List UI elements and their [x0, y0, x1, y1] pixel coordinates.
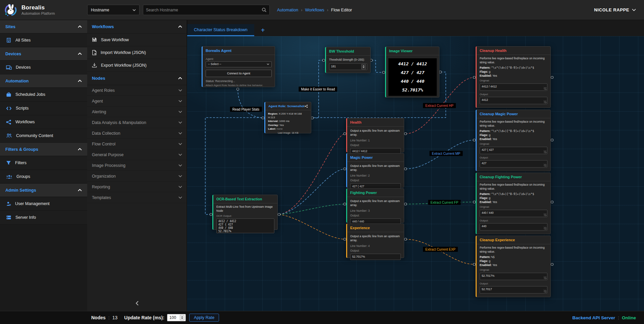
number-spinner[interactable] — [361, 64, 366, 69]
share-icon[interactable] — [305, 105, 308, 108]
node-fighting-power[interactable]: Fighting Power Output a specific line fr… — [346, 188, 404, 223]
output-label: Output: — [480, 282, 547, 285]
sidebar-item-scripts[interactable]: Scripts — [0, 102, 87, 115]
connect-to-agent-button[interactable]: Connect to Agent — [206, 70, 272, 77]
node-title: BW Threshold — [329, 49, 354, 53]
apply-rate-button[interactable]: Apply Rate — [189, 314, 219, 322]
tab-label: Character Status Breakdown — [194, 27, 248, 32]
panel-section-nodes[interactable]: Nodes — [87, 72, 187, 85]
node-cleanup-health[interactable]: Cleanup Health Performs live regex-based… — [476, 46, 551, 108]
chevron-down-icon — [178, 175, 182, 177]
enabled-label: Enabled: — [480, 200, 492, 204]
node-image-viewer[interactable]: Image Viewer 4412 / 4412 427 / 427 440 /… — [385, 47, 439, 98]
chevron-down-icon — [178, 143, 182, 145]
hostname-select-value: Hostname — [91, 8, 109, 12]
sidebar-section-filters-groups[interactable]: Filters & Groups — [0, 143, 87, 156]
output-field[interactable]: 52.7017% — [350, 254, 401, 260]
node-cleanup-fighting-power[interactable]: Cleanup Fighting Power Performs live reg… — [476, 173, 551, 234]
sidebar-item-user-management[interactable]: User Management — [0, 197, 87, 211]
flow-canvas[interactable]: Read Player Stats Make it Easier to Read… — [187, 36, 644, 311]
overlay-label: Overlay: — [268, 124, 279, 127]
backend-api-label: Backend API Server — [572, 315, 615, 320]
node-ocr-text-extraction[interactable]: OCR-Based Text Extraction Extract Multi-… — [212, 195, 278, 230]
panel-collapse-button[interactable] — [87, 298, 187, 308]
node-experience[interactable]: Experience Output a specific line from a… — [346, 223, 404, 258]
chevron-down-icon — [178, 89, 182, 91]
output-textarea[interactable]: 4412 — [480, 97, 547, 104]
add-tab-button[interactable]: + — [254, 26, 272, 36]
original-label: Original: — [480, 268, 547, 272]
node-title: Cleanup Health — [480, 49, 506, 53]
ocr-output-label: OCR Output: — [216, 214, 274, 218]
user-menu[interactable]: NICOLE RAPPE — [594, 7, 636, 12]
original-textarea[interactable]: 440 / 440 — [480, 210, 547, 217]
chevron-down-icon — [178, 111, 182, 113]
chevron-down-icon — [178, 132, 182, 134]
pattern-label: Pattern: — [480, 255, 490, 259]
node-category-agent[interactable]: Agent — [87, 96, 187, 107]
panel-section-workflows[interactable]: Workflows — [87, 20, 187, 34]
node-agent-role-screenshot[interactable]: Agent Role: Screenshot Region: X:200 Y:4… — [264, 102, 311, 133]
node-category-general-purpose[interactable]: General Purpose — [87, 149, 187, 160]
sidebar-item-groups[interactable]: Groups — [0, 170, 87, 184]
search-input[interactable] — [146, 8, 262, 12]
sidebar-item-filters[interactable]: Filters — [0, 156, 87, 170]
node-category-alerting[interactable]: Alerting — [87, 107, 187, 117]
output-textarea[interactable]: 52.7017 — [480, 286, 547, 294]
node-health[interactable]: Health Output a specific line from an up… — [346, 118, 404, 152]
update-rate-input[interactable]: 100 — [167, 314, 186, 321]
ocr-output-textarea[interactable]: 4412 / 4412 427 { 427 440 / 440 52.7017% — [216, 218, 274, 233]
output-textarea[interactable]: 440 — [480, 223, 547, 231]
sidebar-section-automation[interactable]: Automation — [0, 74, 87, 88]
node-category-agent-roles[interactable]: Agent Roles — [87, 85, 187, 96]
output-textarea[interactable]: 427 — [480, 160, 547, 168]
section-label: Devices — [5, 52, 21, 56]
sidebar-section-devices[interactable]: Devices — [0, 47, 87, 61]
node-cleanup-magic-power[interactable]: Cleanup Magic Power Performs live regex-… — [476, 110, 551, 171]
node-category-templates[interactable]: Templates — [87, 192, 187, 203]
export-workflow-button[interactable]: Export Workflow (JSON) — [87, 59, 187, 72]
edge-label-read-player-stats: Read Player Stats — [230, 107, 262, 112]
app-root: Borealis Automation Platform Hostname Au… — [0, 0, 644, 324]
breadcrumb-automation[interactable]: Automation — [277, 8, 298, 12]
chevron-up-icon — [178, 77, 182, 79]
save-workflow-button[interactable]: Save Workflow — [87, 34, 187, 46]
output-label: Output: — [350, 143, 401, 147]
breadcrumb-workflows[interactable]: Workflows — [305, 8, 324, 12]
node-borealis-agent[interactable]: Borealis Agent Agent: -- Select -- Conne… — [202, 46, 275, 87]
sidebar-item-workflows[interactable]: Workflows — [0, 115, 87, 129]
node-category-flow-control[interactable]: Flow Control — [87, 139, 187, 149]
node-magic-power[interactable]: Magic Power Output a specific line from … — [346, 153, 404, 188]
sidebar-item-server-info[interactable]: Server Info — [0, 211, 87, 224]
threshold-input[interactable]: 181 — [329, 63, 367, 70]
number-spinner[interactable] — [180, 315, 184, 320]
sidebar-item-community-content[interactable]: Community Content — [0, 129, 87, 143]
node-category-image-processing[interactable]: Image Processing — [87, 160, 187, 171]
node-bw-threshold[interactable]: BW Threshold Threshold Strength (0–255):… — [325, 47, 371, 73]
sidebar-section-sites[interactable]: Sites — [0, 20, 87, 34]
import-workflow-button[interactable]: Import Workflow (JSON) — [87, 46, 187, 59]
original-label: Original: — [480, 79, 547, 82]
sidebar-item-devices[interactable]: Devices — [0, 61, 87, 74]
hostname-select[interactable]: Hostname — [87, 5, 140, 15]
sidebar-section-admin-settings[interactable]: Admin Settings — [0, 184, 87, 197]
update-rate-value: 100 — [169, 315, 176, 320]
groups-icon — [6, 175, 12, 179]
sidebar-item-scheduled-jobs[interactable]: Scheduled Jobs — [0, 88, 87, 102]
original-textarea[interactable]: 427 { 427 — [480, 147, 547, 154]
agent-select[interactable]: -- Select -- — [206, 61, 272, 67]
node-category-organization[interactable]: Organization — [87, 171, 187, 182]
node-cleanup-experience[interactable]: Cleanup Experience Performs live regex-b… — [476, 236, 551, 297]
original-textarea[interactable]: 4412 / 4412 — [480, 83, 547, 91]
chevron-down-icon — [178, 121, 182, 124]
chevron-up-icon — [178, 25, 182, 28]
node-category-reporting[interactable]: Reporting — [87, 182, 187, 192]
flags-value: g — [489, 259, 490, 263]
sidebar-item-all-sites[interactable]: All Sites — [0, 34, 87, 47]
user-gear-icon — [6, 201, 11, 206]
original-textarea[interactable]: 52.7017% — [480, 273, 547, 280]
node-category-data-analysis[interactable]: Data Analysis & Manipulation — [87, 117, 187, 128]
tab-character-status-breakdown[interactable]: Character Status Breakdown — [187, 24, 254, 36]
node-category-data-collection[interactable]: Data Collection — [87, 128, 187, 139]
edge-label-extract-current-exp: Extract Current EXP — [423, 247, 458, 252]
